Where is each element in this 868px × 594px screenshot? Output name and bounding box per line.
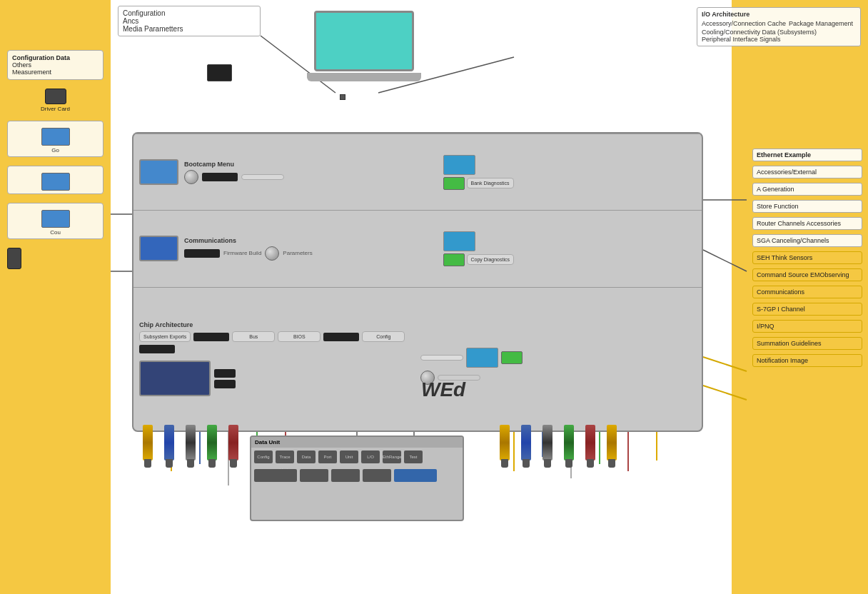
top-left-annotation: Configuration Ancs Media Parametters xyxy=(118,6,261,36)
right-sidebar: Ethernet Example Accessories/External A … xyxy=(747,143,868,373)
power-adapter-icon xyxy=(45,89,66,104)
slot-1 xyxy=(202,173,238,181)
row2-sublabel2: Parameters xyxy=(283,250,312,256)
device-screen-1 xyxy=(41,128,70,146)
cell-2: Data xyxy=(297,450,316,463)
driver-card-label: Driver Card xyxy=(41,106,70,112)
sidebar-item-others: Others xyxy=(12,61,99,69)
panel-row-1: Bootcamp Menu Bank Diagnostics xyxy=(133,134,702,210)
cell-extra-2 xyxy=(300,469,328,482)
plug-blue-1 xyxy=(164,425,174,460)
panel-row-3: Chip Architecture Subsystem Exports Bus … xyxy=(133,287,702,431)
plug-gray-2 xyxy=(542,425,552,460)
device-screen-3 xyxy=(41,210,70,228)
plug-red-1 xyxy=(228,425,238,460)
plug-yellow-3 xyxy=(607,425,617,460)
orange-item-6: Notification Image xyxy=(752,354,862,367)
bottom-panel-label: Data Unit xyxy=(251,437,463,448)
bottom-panel-row2 xyxy=(251,466,463,485)
knob-2[interactable] xyxy=(265,246,279,261)
orange-item-4: I/PNQ xyxy=(752,320,862,333)
laptop-icon xyxy=(307,11,421,96)
blue-display-3 xyxy=(139,361,211,396)
row2-sublabel: Firmware Build xyxy=(223,250,261,256)
top-right-title: I/O Architecture xyxy=(702,11,856,18)
slot-3c xyxy=(139,345,175,353)
slot-3b xyxy=(323,333,359,341)
small-device-icon xyxy=(207,64,232,81)
connector-icon xyxy=(7,248,21,269)
orange-item-2: Communications xyxy=(752,286,862,298)
panel-row-2: Communications Firmware Build Parameters… xyxy=(133,210,702,286)
orange-item-5: Summation Guidelines xyxy=(752,337,862,350)
top-right-col2: Package Management xyxy=(789,20,853,27)
plug-green-2 xyxy=(564,425,574,460)
right-item-accessories: Accessories/External xyxy=(752,166,862,178)
right-item-sga: SGA Canceling/Channels xyxy=(752,234,862,247)
cell-extra-4 xyxy=(363,469,391,482)
plug-red-2 xyxy=(585,425,595,460)
sidebar-device-1: Go xyxy=(7,121,104,157)
row1-label: Bootcamp Menu xyxy=(184,161,438,168)
annotation-line3: Media Parametters xyxy=(123,25,256,33)
cou-label: Cou xyxy=(50,229,61,236)
module-2b: Copy Diagnostics xyxy=(467,254,514,265)
cell-1: Trace Mode xyxy=(276,450,294,463)
laptop-base xyxy=(307,73,421,81)
cell-3: Port xyxy=(318,450,337,463)
top-right-line1: Cooling/Connectivity Data (Subsystems) xyxy=(702,29,856,36)
chip-1 xyxy=(420,355,463,361)
subsys-2: Bus xyxy=(232,331,275,342)
orange-item-1: Command Source EMObserving xyxy=(752,268,862,281)
orange-item-3: S-7GP I Channel xyxy=(752,303,862,316)
annotation-line2: Ancs xyxy=(123,17,256,25)
knob-1[interactable] xyxy=(184,170,198,184)
cell-extra-1 xyxy=(254,469,297,482)
slot-2a xyxy=(184,249,220,258)
top-right-annotation: I/O Architecture Accessory/Connection Ca… xyxy=(697,7,861,46)
cell-6: EthRange xyxy=(383,450,401,463)
go-label: Go xyxy=(51,147,59,153)
plug-yellow-1 xyxy=(143,425,153,460)
bottom-left-connector xyxy=(7,248,104,269)
power-adapter-section: Driver Card xyxy=(7,89,104,112)
left-sidebar: Configuration Data Others Measurement Dr… xyxy=(0,43,111,276)
main-panel: Bootcamp Menu Bank Diagnostics Communica… xyxy=(132,132,703,432)
blue-display-3b xyxy=(466,348,498,368)
right-item-router: Router Channels Accessories xyxy=(752,217,862,230)
sidebar-device-2 xyxy=(7,166,104,194)
sidebar-device-3: Cou xyxy=(7,203,104,239)
indicator-2 xyxy=(443,253,465,266)
wed-text: WEd xyxy=(421,378,465,401)
laptop-screen xyxy=(314,11,414,71)
cell-0: Config xyxy=(254,450,273,463)
module-1b: Bank Diagnostics xyxy=(467,178,514,188)
top-right-line2: Peripheral Interface Signals xyxy=(702,36,856,43)
bottom-panel-cells: Config Trace Mode Data Port Unit L/O Eth… xyxy=(251,448,463,466)
bottom-data-panel: Data Unit Config Trace Mode Data Port Un… xyxy=(250,436,464,521)
slot-3d xyxy=(214,369,236,378)
row2-label: Communications xyxy=(184,237,438,244)
right-item-generation: A Generation xyxy=(752,183,862,196)
subsys-1: Subsystem Exports xyxy=(139,331,191,342)
blue-display-2 xyxy=(139,236,178,261)
blue-display-1 xyxy=(139,159,178,185)
right-sidebar-title: Ethernet Example xyxy=(752,148,862,161)
device-screen-2 xyxy=(41,173,70,191)
right-item-store: Store Function xyxy=(752,200,862,213)
sidebar-title: Configuration Data xyxy=(12,54,99,61)
orange-item-0: SEH Think Sensors xyxy=(752,251,862,264)
blue-display-2b xyxy=(443,231,475,251)
cell-extra-3 xyxy=(331,469,360,482)
subsys-3: BIOS xyxy=(278,331,321,342)
wed-label: WEd xyxy=(421,378,465,401)
row3-label: Chip Architecture xyxy=(139,321,415,328)
plug-blue-2 xyxy=(521,425,531,460)
card-icon xyxy=(207,64,232,81)
cell-7: Test xyxy=(404,450,423,463)
cell-4: Unit xyxy=(340,450,358,463)
left-plug-group xyxy=(143,425,238,460)
cell-extra-5 xyxy=(394,469,437,482)
plug-green-1 xyxy=(207,425,217,460)
indicator-3 xyxy=(501,351,523,364)
